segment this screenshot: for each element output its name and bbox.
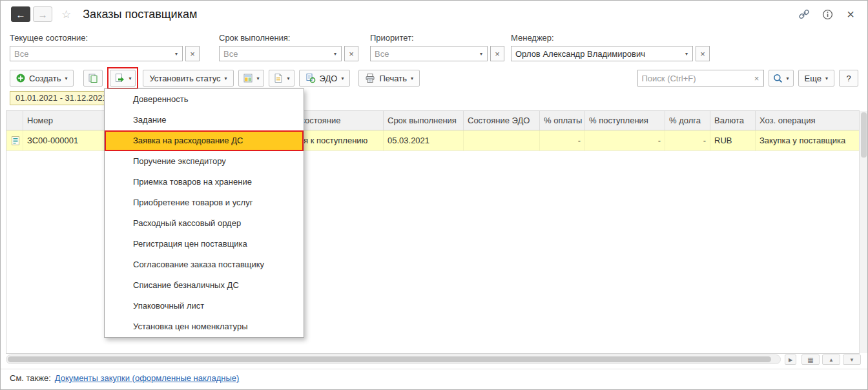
menu-item[interactable]: Доверенность [105,89,304,110]
favorite-star-icon[interactable]: ☆ [61,8,71,21]
set-status-button[interactable]: Установить статус ▾ [143,70,233,87]
column-header-operation[interactable]: Хоз. операция [756,111,860,130]
column-header-payment-percent[interactable]: % оплаты [540,111,585,130]
filter-manager: Менеджер: ▾ × [511,33,710,61]
edo-icon [305,73,316,83]
create-based-on-button[interactable]: ▾ [110,70,136,87]
clear-filter-button[interactable]: × [490,46,504,61]
scroll-right-button[interactable]: ▶ [785,354,796,365]
report-icon [243,73,253,83]
scroll-up-button[interactable]: ▲ [822,354,840,365]
vertical-scrollbar-thumb[interactable] [861,112,867,158]
purchase-documents-link[interactable]: Документы закупки (оформленные накладные… [55,373,240,383]
priority-combobox[interactable]: ▾ [370,46,488,61]
create-based-on-menu: Доверенность Задание Заявка на расходова… [104,88,304,338]
caret-down-icon: ▾ [341,76,344,81]
cell-payment-percent: - [540,130,585,151]
horizontal-scrollbar-thumb[interactable] [8,356,771,362]
menu-item[interactable]: Приемка товаров на хранение [105,172,304,192]
row-icon-cell [6,130,23,151]
more-button[interactable]: Еще ▾ [798,70,834,87]
clear-filter-button[interactable]: × [185,46,200,61]
link-icon[interactable] [798,8,811,21]
menu-item[interactable]: Установка цен номенклатуры [105,316,304,337]
info-icon[interactable] [821,8,834,21]
footer: См. также: Документы закупки (оформленны… [10,373,239,383]
chevron-down-icon[interactable]: ▾ [329,46,341,61]
menu-item-highlighted[interactable]: Заявка на расходование ДС [105,130,304,151]
priority-input[interactable] [371,46,475,61]
manager-input[interactable] [512,46,681,61]
caret-down-icon: ▾ [225,76,227,81]
column-header-receipt-percent[interactable]: % поступления [585,111,665,130]
column-header-due-date[interactable]: Срок выполнения [384,111,464,130]
documents-button[interactable]: ▾ [269,70,294,87]
create-button-label: Создать [29,74,61,83]
manager-combobox[interactable]: ▾ [511,46,693,61]
menu-item[interactable]: Задание [105,110,304,130]
edo-button[interactable]: ЭДО ▾ [299,70,351,87]
close-icon[interactable]: × [844,8,857,21]
search-icon [773,74,783,83]
plus-icon [16,74,25,83]
chevron-down-icon[interactable]: ▾ [475,46,487,61]
caret-down-icon: ▾ [65,76,67,81]
vertical-scrollbar[interactable] [859,111,867,353]
footer-divider [1,369,867,369]
clear-filter-button[interactable]: × [344,46,358,61]
caret-down-icon: ▾ [825,76,828,81]
chevron-down-icon[interactable]: ▾ [681,46,692,61]
print-button[interactable]: Печать ▾ [358,70,420,87]
list-toolbar: Создать ▾ ▾ У [10,67,858,89]
back-arrow-icon: ← [16,9,26,20]
clear-filter-button[interactable]: × [696,46,710,61]
more-label: Еще [805,74,822,83]
menu-item[interactable]: Согласование заказа поставщику [105,254,304,275]
clear-search-icon[interactable]: × [750,74,763,83]
page-title: Заказы поставщикам [83,8,197,21]
menu-item[interactable]: Поручение экспедитору [105,151,304,172]
chevron-down-icon[interactable]: ▾ [170,46,182,61]
caret-down-icon: ▾ [129,76,131,81]
filter-label: Текущее состояние: [10,33,200,43]
copy-button[interactable] [83,70,103,87]
search-button[interactable]: ▾ [769,70,794,87]
cell-edo-state [464,130,540,151]
search-input[interactable] [638,74,750,83]
column-header-debt-percent[interactable]: % долга [665,111,710,130]
cell-receipt-percent: - [585,130,665,151]
search-field[interactable]: × [637,70,764,87]
menu-item[interactable]: Расходный кассовый ордер [105,213,304,234]
annotation-box: ▾ [107,67,138,89]
order-document-icon [10,136,21,146]
horizontal-scrollbar[interactable] [6,354,781,364]
filter-label: Приоритет: [370,33,504,43]
create-button[interactable]: Создать ▾ [10,70,74,87]
grid-settings-button[interactable]: ▦ [801,354,820,365]
current-state-combobox[interactable]: ▾ [10,46,183,61]
menu-item[interactable]: Регистрация цен поставщика [105,234,304,254]
cell-due-date: 05.03.2021 [384,130,464,151]
back-button[interactable]: ← [11,6,30,22]
menu-item[interactable]: Упаковочный лист [105,296,304,316]
column-header-icon[interactable] [6,111,23,130]
set-status-label: Установить статус [149,74,220,83]
edo-label: ЭДО [320,74,338,83]
filter-label: Менеджер: [511,33,710,43]
reports-button[interactable]: ▾ [238,70,264,87]
menu-item[interactable]: Списание безналичных ДС [105,275,304,296]
due-date-combobox[interactable]: ▾ [219,46,342,61]
forward-button[interactable]: → [33,6,52,22]
caret-down-icon: ▾ [787,76,789,81]
column-header-number[interactable]: Номер [23,111,111,130]
help-label: ? [846,74,851,83]
column-header-currency[interactable]: Валюта [710,111,756,130]
current-state-input[interactable] [10,46,170,61]
due-date-input[interactable] [220,46,329,61]
scroll-down-button[interactable]: ▼ [843,354,861,365]
help-button[interactable]: ? [839,70,858,87]
cell-number: ЗС00-000001 [23,130,111,151]
printer-icon [365,73,375,83]
menu-item[interactable]: Приобретение товаров и услуг [105,192,304,213]
column-header-edo-state[interactable]: Состояние ЭДО [464,111,540,130]
